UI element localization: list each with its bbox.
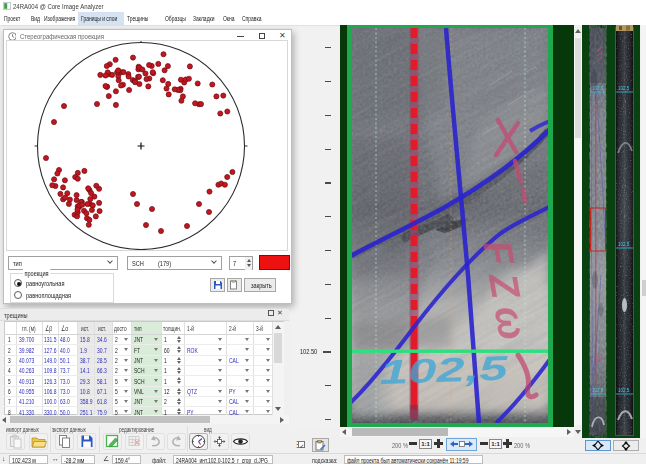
svg-text:102,5: 102,5 — [618, 242, 630, 247]
svg-text:102,5: 102,5 — [592, 86, 604, 91]
svg-text:102,5: 102,5 — [592, 388, 604, 393]
svg-text:102,5: 102,5 — [618, 388, 630, 393]
svg-text:102,5: 102,5 — [618, 86, 630, 91]
svg-text:102,5: 102,5 — [379, 348, 510, 391]
